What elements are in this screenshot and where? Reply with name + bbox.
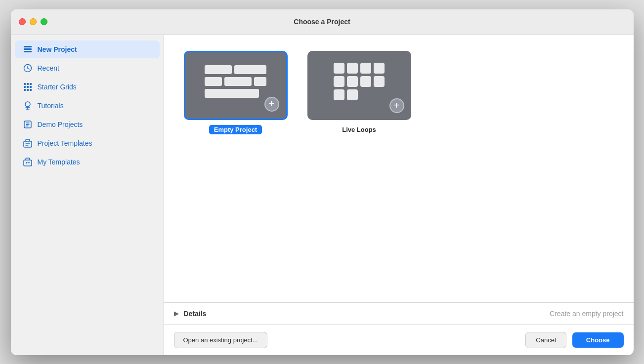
svg-rect-8 [30, 83, 32, 85]
details-bar: ▶ Details Create an empty project [164, 302, 634, 324]
sidebar-item-starter-grids-label: Starter Grids [38, 83, 77, 91]
maximize-button[interactable] [41, 18, 47, 25]
details-chevron-icon[interactable]: ▶ [174, 310, 179, 317]
svg-rect-12 [24, 89, 26, 91]
open-existing-button[interactable]: Open an existing project... [174, 332, 267, 348]
empty-project-label: Empty Project [209, 126, 262, 133]
minimize-button[interactable] [30, 18, 37, 25]
sidebar-item-new-project-label: New Project [38, 45, 77, 53]
sidebar-item-my-templates[interactable]: My Templates [15, 153, 160, 171]
new-project-icon [23, 44, 33, 54]
recent-icon [23, 63, 33, 73]
empty-project-plus: + [264, 97, 279, 112]
window-title: Choose a Project [294, 18, 350, 26]
svg-line-5 [28, 68, 29, 69]
cancel-button[interactable]: Cancel [525, 332, 566, 348]
my-templates-icon [23, 157, 33, 167]
live-loops-thumbnail[interactable]: + [307, 51, 411, 120]
svg-rect-2 [24, 51, 32, 52]
svg-rect-11 [30, 86, 32, 88]
sidebar-item-starter-grids[interactable]: Starter Grids [15, 78, 160, 96]
main-content: New Project Recent [11, 35, 634, 355]
live-loops-icon [334, 63, 385, 100]
svg-rect-1 [24, 48, 32, 50]
sidebar-item-recent-label: Recent [38, 64, 59, 72]
svg-rect-23 [24, 160, 32, 166]
sidebar-item-tutorials[interactable]: Tutorials [15, 97, 160, 115]
starter-grids-icon [23, 82, 33, 92]
live-loops-card[interactable]: + Live Loops [307, 51, 411, 133]
empty-project-thumbnail[interactable]: + [184, 51, 288, 120]
right-panel: + Empty Project [164, 35, 634, 355]
demo-projects-icon [23, 120, 33, 129]
svg-rect-14 [30, 89, 32, 91]
sidebar-item-my-templates-label: My Templates [38, 158, 80, 166]
sidebar-item-new-project[interactable]: New Project [15, 40, 160, 58]
project-templates-icon [23, 138, 33, 148]
footer-bar: Open an existing project... Cancel Choos… [164, 324, 634, 355]
choose-button[interactable]: Choose [572, 332, 624, 348]
svg-rect-0 [24, 46, 32, 47]
sidebar-item-demo-projects[interactable]: Demo Projects [15, 116, 160, 133]
live-loops-label: Live Loops [342, 126, 376, 133]
svg-rect-9 [24, 86, 26, 88]
details-label: Details [184, 310, 207, 318]
sidebar-item-project-templates-label: Project Templates [38, 139, 92, 147]
sidebar: New Project Recent [11, 35, 164, 355]
sidebar-item-demo-projects-label: Demo Projects [38, 121, 83, 128]
sidebar-item-project-templates[interactable]: Project Templates [15, 134, 160, 152]
tutorials-icon [23, 101, 33, 111]
svg-rect-20 [24, 141, 32, 147]
close-button[interactable] [19, 18, 26, 25]
svg-point-15 [25, 102, 30, 107]
empty-project-icon [205, 65, 266, 98]
empty-project-card[interactable]: + Empty Project [184, 51, 288, 133]
details-description: Create an empty project [550, 310, 623, 318]
svg-rect-7 [27, 83, 29, 85]
live-loops-plus: + [389, 98, 404, 113]
sidebar-item-recent[interactable]: Recent [15, 59, 160, 77]
svg-rect-13 [27, 89, 29, 91]
title-bar: Choose a Project [11, 9, 634, 35]
svg-point-24 [26, 162, 27, 163]
sidebar-item-tutorials-label: Tutorials [38, 102, 64, 110]
main-window: Choose a Project New Project [11, 9, 634, 355]
traffic-lights [11, 18, 47, 25]
project-grid: + Empty Project [164, 35, 634, 302]
svg-rect-10 [27, 86, 29, 88]
svg-rect-6 [24, 83, 26, 85]
